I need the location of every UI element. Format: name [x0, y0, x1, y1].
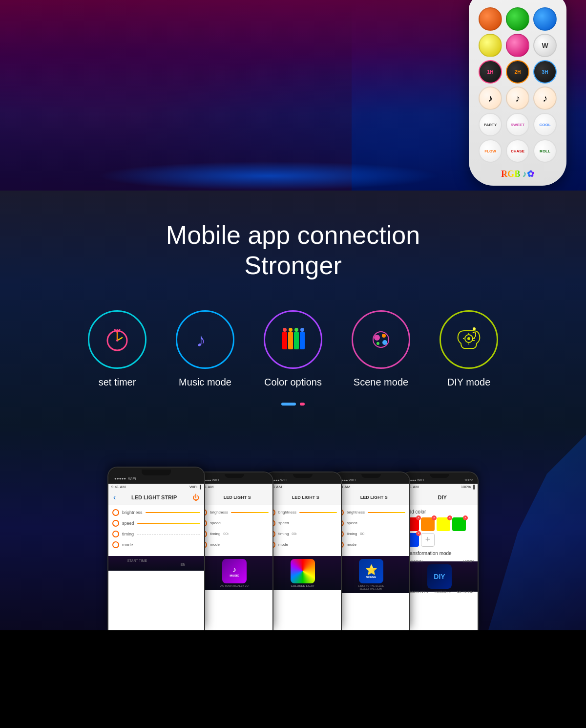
- m-label-3: mode: [278, 542, 288, 547]
- en-label: EN: [181, 563, 186, 566]
- remote-btn-music-1[interactable]: ♪: [479, 86, 502, 110]
- remote-btn-cyan[interactable]: [533, 7, 557, 31]
- svg-point-18: [382, 334, 386, 338]
- remote-btn-orange[interactable]: [479, 7, 502, 31]
- phone-bottom-3: COLORED LIGHT: [265, 556, 341, 590]
- swatch-green-remove[interactable]: ×: [463, 515, 468, 520]
- b-slider-4[interactable]: [368, 512, 405, 513]
- phone-title-5: DIY: [412, 494, 473, 500]
- dot-2[interactable]: [300, 403, 305, 406]
- remote-body: W 1H 2H 3H: [469, 0, 566, 186]
- t-label-4: timing: [347, 532, 357, 536]
- remote-btn-1h[interactable]: 1H: [479, 60, 502, 84]
- remote-btn-party[interactable]: PARTY: [479, 113, 502, 136]
- remote-btn-2h[interactable]: 2H: [506, 60, 529, 84]
- remote-btn-roll[interactable]: ROLL: [533, 139, 557, 163]
- color-icon-box[interactable]: [291, 559, 315, 583]
- brightness-slider[interactable]: [146, 512, 200, 513]
- color-icon-circle[interactable]: [264, 310, 322, 369]
- ctrl-s3: speed: [269, 520, 337, 527]
- app-title: Mobile app connection Stronger: [20, 220, 566, 281]
- sweet-label: SWEET: [511, 123, 524, 127]
- remote-btn-chase[interactable]: CHASE: [506, 139, 529, 163]
- btn-2h-label: 2H: [515, 69, 521, 75]
- swatch-red-remove[interactable]: ×: [416, 515, 421, 520]
- diy-label: DIY mode: [447, 377, 491, 388]
- svg-point-14: [294, 328, 298, 332]
- color-label: Color options: [264, 377, 322, 388]
- swatch-yellow[interactable]: ×: [437, 517, 450, 531]
- ctrl-b4: brightness: [337, 509, 405, 516]
- svg-point-13: [289, 328, 293, 332]
- phones-section: ●●●●●WiFi 9:41 AM WiFi ▐ ‹ LED LIGHT STR…: [0, 425, 586, 630]
- dot-1[interactable]: [281, 403, 296, 406]
- phone-bottom-5: DIY: [401, 561, 478, 592]
- music-icon-box[interactable]: ♪ MUSIC: [222, 559, 247, 583]
- signal-main: WiFi ▐: [189, 485, 201, 489]
- scene-icon-circle[interactable]: [352, 310, 410, 369]
- diy-icon-circle[interactable]: [440, 310, 498, 369]
- transform-label: Transformation mode: [405, 551, 474, 556]
- remote-control: W 1H 2H 3H: [459, 0, 576, 191]
- scene-icon-box[interactable]: ⭐ SCENE: [359, 559, 383, 583]
- twinkle-label: TWINKLE: [434, 590, 451, 594]
- svg-point-20: [377, 342, 379, 345]
- phone-notch-5: [430, 474, 449, 478]
- music-svg: ♪: [190, 325, 220, 354]
- ctrl-t3: timing 00:: [269, 531, 337, 537]
- remote-btn-yellow[interactable]: [479, 34, 502, 57]
- swatch-blue-remove[interactable]: ×: [416, 531, 421, 536]
- svg-rect-11: [300, 332, 305, 349]
- timer-svg: [103, 325, 132, 354]
- remote-btn-green[interactable]: [506, 7, 529, 31]
- battery-label: 100%: [464, 478, 473, 482]
- remote-btn-cool[interactable]: COOL: [533, 113, 557, 136]
- timing-value[interactable]: [137, 534, 200, 535]
- status-bar-2: 9:41 AM: [196, 484, 272, 490]
- swatch-yellow-remove[interactable]: ×: [447, 515, 452, 520]
- speed-slider[interactable]: [137, 523, 200, 524]
- feature-color: Color options: [264, 310, 322, 388]
- feature-music: ♪ Music mode: [176, 310, 234, 388]
- phone-4: ●●●●● WiFi 9:41 AM ‹ LED LIGHT S brightn…: [332, 471, 410, 630]
- music-icon-circle[interactable]: ♪: [176, 310, 234, 369]
- swatch-orange-remove[interactable]: ×: [432, 515, 437, 520]
- feature-scene: Scene mode: [352, 310, 410, 388]
- title-line2: Stronger: [244, 251, 341, 279]
- t-label-3: timing: [278, 532, 289, 536]
- remote-btn-flow[interactable]: FLOW: [479, 139, 502, 163]
- feature-timer: set timer: [88, 310, 146, 388]
- brightness-circle: [112, 509, 119, 516]
- remote-btn-sweet[interactable]: SWEET: [506, 113, 529, 136]
- remote-btn-3h[interactable]: 3H: [533, 60, 557, 84]
- m-label-2: mode: [210, 542, 220, 547]
- b-label-3: brightness: [278, 510, 296, 514]
- b-slider-2[interactable]: [231, 512, 269, 513]
- scene-box-label: SCENE: [366, 576, 377, 578]
- back-btn-main[interactable]: ‹: [113, 493, 116, 502]
- swatch-green[interactable]: ×: [452, 517, 466, 531]
- timer-icon-circle[interactable]: [88, 310, 146, 369]
- swatch-add-button[interactable]: +: [421, 533, 435, 547]
- b-slider-3[interactable]: [299, 512, 337, 513]
- svg-point-17: [374, 335, 380, 341]
- feature-diy: DIY mode: [440, 310, 498, 388]
- scene-menu-item: ⭐ SCENE LINKS TO THE SCENE SELECT THE LI…: [356, 559, 386, 590]
- phone-main: ●●●●●WiFi 9:41 AM WiFi ▐ ‹ LED LIGHT STR…: [107, 467, 205, 630]
- power-btn-main[interactable]: ⏻: [192, 493, 199, 501]
- remote-row-timers: 1H 2H 3H: [479, 60, 557, 84]
- remote-btn-music-2[interactable]: ♪: [506, 86, 529, 110]
- mode-circle: [112, 541, 119, 548]
- flow-label: FLOW: [484, 149, 496, 153]
- btn-1h-label: 1H: [487, 69, 494, 75]
- timing-val-3: 00:: [292, 532, 297, 536]
- color-swatches: × × × × × +: [405, 517, 474, 547]
- diy-icon-box[interactable]: DIY: [427, 564, 452, 589]
- phone-notch-3: [293, 474, 313, 478]
- svg-point-15: [300, 328, 304, 332]
- swatch-orange[interactable]: ×: [421, 517, 435, 531]
- remote-btn-pink[interactable]: [506, 34, 529, 57]
- remote-btn-music-3[interactable]: ♪: [533, 86, 557, 110]
- features-row: set timer ♪ Music mode: [20, 310, 566, 388]
- remote-btn-white[interactable]: W: [533, 34, 557, 57]
